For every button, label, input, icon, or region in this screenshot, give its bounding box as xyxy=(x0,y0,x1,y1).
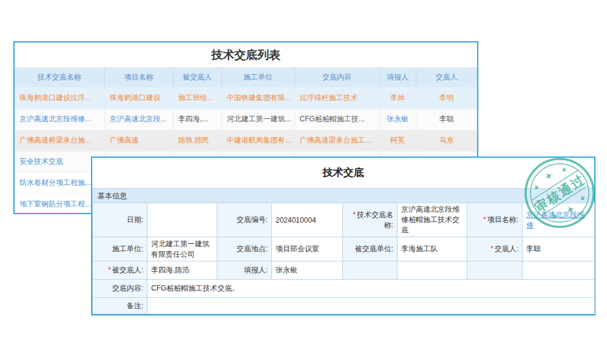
required-marker: * xyxy=(490,244,493,253)
project-name-label: *项目名称: xyxy=(467,203,523,237)
list-title: 技术交底列表 xyxy=(15,42,477,67)
column-header-disclosure-name: 技术交底名称 xyxy=(15,67,104,87)
disclosed-person-cell: 陈牧,陈民 xyxy=(173,130,222,151)
disclosure-content-cell: 抗浮锚杆施工技术 xyxy=(294,87,379,109)
form-row: *被交底人:李四海,陈浩填报人:张永银 xyxy=(93,261,595,280)
table-row: 珠海鹤港口建设抗浮...珠海鹤港口建设施工班组...中国铁建集团有限...抗浮锚… xyxy=(15,87,477,109)
disclosed-unit-value: 李海施工队 xyxy=(398,237,467,261)
table-row: 广佛高速桥梁承台施...广佛高速陈牧,陈民中建港航局集团有...广佛高速梁承台施… xyxy=(15,130,477,151)
construction-unit-cell: 中国铁建集团有限... xyxy=(222,87,294,109)
form-title: 技术交底 xyxy=(92,158,594,188)
column-header-discloser: 交底人 xyxy=(416,67,477,87)
empty-2-value xyxy=(523,261,595,280)
page: 技术交底列表 技术交底名称项目名称被交底人施工单位交底内容填报人交底人 珠海鹤港… xyxy=(0,0,607,364)
empty-1-label xyxy=(343,261,398,280)
discloser-cell: 李聪 xyxy=(416,109,477,130)
disclosed-unit-label: 被交底单位: xyxy=(343,237,398,261)
filler-cell: 李帅 xyxy=(379,87,416,109)
column-header-disclosure-content: 交底内容 xyxy=(294,67,379,87)
column-header-disclosed-person: 被交底人 xyxy=(173,67,222,87)
disclosure-name-cell[interactable]: 京沪高速北京段维修... xyxy=(15,109,104,130)
disclosure-content-value: CFG桩桩帽施工技术交底。 xyxy=(148,280,595,298)
required-marker: * xyxy=(353,211,356,219)
column-header-project-name: 项目名称 xyxy=(104,67,173,87)
required-marker: * xyxy=(108,266,111,274)
disclosure-content-cell: CFG桩桩帽施工技... xyxy=(294,109,379,130)
disclosure-name-cell: 广佛高速桥梁承台施... xyxy=(15,130,104,151)
construction-unit-label: 施工单位: xyxy=(93,237,148,261)
disclosure-name-cell: 珠海鹤港口建设抗浮... xyxy=(15,87,104,109)
discloser-cell: 马东 xyxy=(416,130,477,151)
project-name-value[interactable]: 京沪高速北京段维修 xyxy=(523,203,595,237)
disclosure-name-label: *技术交底名称: xyxy=(343,203,398,237)
disclosed-person-cell: 施工班组... xyxy=(173,87,222,109)
disclosure-no-value: 2024010004 xyxy=(272,203,343,237)
date-label: 日期: xyxy=(93,203,148,237)
required-marker: * xyxy=(483,215,486,224)
disclosure-form-window: 技术交底 基本信息 日期:交底编号:2024010004*技术交底名称:京沪高速… xyxy=(91,157,595,315)
table-row: 京沪高速北京段维修...京沪高速北京段...李四海,...河北建工第一建筑...… xyxy=(15,109,477,130)
discloser-value: 李聪 xyxy=(523,237,595,261)
project-name-cell: 广佛高速 xyxy=(104,130,173,151)
column-header-construction-unit: 施工单位 xyxy=(222,67,294,87)
disclosure-content-label: 交底内容: xyxy=(93,280,148,298)
empty-1-value xyxy=(398,261,467,280)
filler-cell: 柯英 xyxy=(379,130,416,151)
project-name-cell: 珠海鹤港口建设 xyxy=(104,87,173,109)
disclosure-content-cell: 广佛高速梁承台施工... xyxy=(294,130,379,151)
filler-cell[interactable]: 张永银 xyxy=(379,109,416,130)
disclosed-person-label: *被交底人: xyxy=(93,261,148,280)
discloser-label: *交底人: xyxy=(467,237,523,261)
date-value xyxy=(148,203,217,237)
basic-info-section-header: 基本信息 xyxy=(92,188,594,203)
list-header-row: 技术交底名称项目名称被交底人施工单位交底内容填报人交底人 xyxy=(15,67,477,87)
filler-label: 填报人: xyxy=(217,261,272,280)
project-name-link[interactable]: 京沪高速北京段维修 xyxy=(526,211,585,229)
empty-2-label xyxy=(467,261,523,280)
disclosure-form-table: 日期:交底编号:2024010004*技术交底名称:京沪高速北京段维修桩帽施工技… xyxy=(92,203,595,314)
form-row: 交底内容:CFG桩桩帽施工技术交底。 xyxy=(93,280,595,298)
disclosed-person-value: 李四海,陈浩 xyxy=(148,261,217,280)
disclosure-name-value: 京沪高速北京段维修桩帽施工技术交底 xyxy=(398,203,467,237)
remark-value xyxy=(148,298,595,314)
column-header-filler: 填报人 xyxy=(379,67,416,87)
disclosure-place-value: 项目部会议室 xyxy=(272,237,343,261)
construction-unit-value: 河北建工第一建筑有限责任公司 xyxy=(148,237,217,261)
project-name-cell[interactable]: 京沪高速北京段... xyxy=(104,109,173,130)
disclosed-person-cell: 李四海,... xyxy=(173,109,222,130)
construction-unit-cell: 河北建工第一建筑... xyxy=(222,109,294,130)
filler-value: 张永银 xyxy=(272,261,343,280)
discloser-cell: 李明 xyxy=(416,87,477,109)
disclosure-no-label: 交底编号: xyxy=(217,203,272,237)
form-row: 备注: xyxy=(93,298,595,314)
construction-unit-cell: 中建港航局集团有... xyxy=(222,130,294,151)
disclosure-place-label: 交底地点: xyxy=(217,237,272,261)
remark-label: 备注: xyxy=(93,298,148,314)
form-table-body: 日期:交底编号:2024010004*技术交底名称:京沪高速北京段维修桩帽施工技… xyxy=(93,203,595,314)
form-row: 日期:交底编号:2024010004*技术交底名称:京沪高速北京段维修桩帽施工技… xyxy=(93,203,595,237)
form-row: 施工单位:河北建工第一建筑有限责任公司交底地点:项目部会议室被交底单位:李海施工… xyxy=(93,237,595,261)
